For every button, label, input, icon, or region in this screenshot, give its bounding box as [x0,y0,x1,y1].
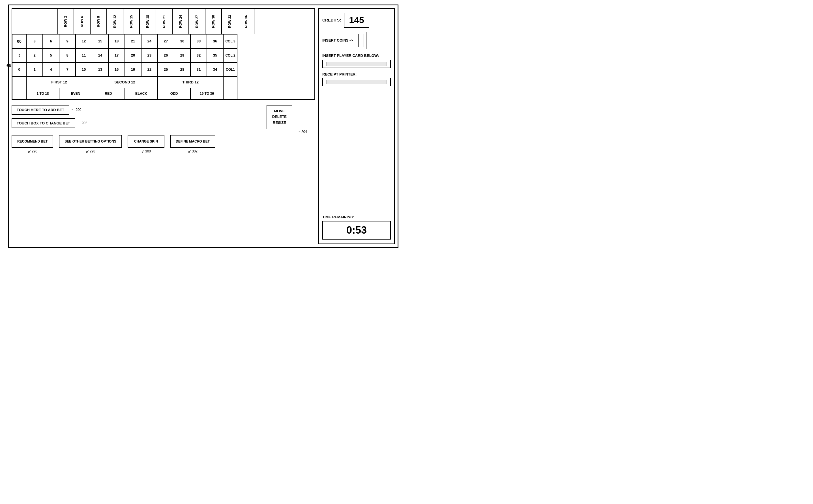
number-cell[interactable]: 17 [108,48,125,63]
add-bet-row: TOUCH HERE TO ADD BET ~ 200 [12,105,253,115]
number-cell[interactable]: 11 [76,48,92,63]
row-header: ROW 33 [221,9,238,34]
number-cell[interactable]: 15 [92,34,108,48]
move-delete-line: MOVE [272,108,287,114]
number-cell[interactable]: 32 [190,48,207,63]
number-cell[interactable]: 16 [108,63,125,77]
card-slot-inner [326,62,387,66]
number-cell[interactable]: 34 [207,63,223,77]
bottom-btn-annotation: ↙300 [141,149,151,154]
row-header: ROW 3 [57,9,74,34]
bottom-btn-annotation: ↙298 [86,149,95,154]
outside-bets-row[interactable]: 1 TO 18EVENREDBLACKODD19 TO 36 [12,88,314,99]
move-delete-annotation: ~ 204 [298,130,307,134]
col-label: COL1 [223,63,237,77]
time-value: 0:53 [322,221,391,240]
bottom-btn[interactable]: DEFINE MACRO BET [170,135,215,148]
bottom-btn-wrapper: CHANGE SKIN↙300 [128,135,164,154]
number-cell[interactable]: 5 [43,48,59,63]
bottom-btn[interactable]: RECOMMEND BET [12,135,53,148]
number-cell[interactable]: 18 [108,34,125,48]
dozens-col-spacer [223,77,237,88]
row-header: ROW 27 [189,9,205,34]
receipt-slot[interactable] [322,78,391,86]
move-delete-line: DELETE [272,114,287,120]
number-cell[interactable]: 20 [125,48,141,63]
grid-area: 00369121518212427303336COL 3↕25811141720… [12,34,314,77]
coin-slot[interactable] [356,32,366,49]
number-cell[interactable]: 1 [26,63,43,77]
number-cell[interactable]: 12 [76,34,92,48]
bottom-buttons: RECOMMEND BET↙296SEE OTHER BETTING OPTIO… [12,135,315,154]
number-cell[interactable]: 6 [43,34,59,48]
number-cell[interactable]: 9 [59,34,76,48]
number-cell[interactable]: 21 [125,34,141,48]
outside-bet-cell[interactable]: 19 TO 36 [190,88,223,99]
add-bet-button[interactable]: TOUCH HERE TO ADD BET [12,105,69,115]
row-header: ROW 15 [123,9,139,34]
outside-bet-cell[interactable]: 1 TO 18 [26,88,59,99]
bottom-btn[interactable]: CHANGE SKIN [128,135,164,148]
outside-bet-cell[interactable]: BLACK [125,88,158,99]
outside-spacer [12,88,26,99]
row-header: ROW 9 [90,9,107,34]
number-cell[interactable]: 26 [158,48,174,63]
row-header: ROW 30 [205,9,221,34]
time-remaining-label: TIME REMAINING: [322,215,391,219]
number-cell[interactable]: 2 [26,48,43,63]
zero-cell[interactable]: 00 [12,34,26,48]
change-bet-button[interactable]: TOUCH BOX TO CHANGE BET [12,118,75,128]
number-cell[interactable]: 22 [141,63,158,77]
number-cell[interactable]: 28 [174,63,190,77]
col-label: COL 2 [223,48,237,63]
number-cell[interactable]: 8 [59,48,76,63]
dozens-cell[interactable]: FIRST 12 [26,77,92,88]
row-headers-row: ROW 3ROW 6ROW 9ROW 12ROW 15ROW 18ROW 21R… [43,9,314,34]
change-bet-row: TOUCH BOX TO CHANGE BET ~ 202 [12,118,253,128]
number-cell[interactable]: 19 [125,63,141,77]
bottom-btn-wrapper: DEFINE MACRO BET↙302 [170,135,215,154]
number-cell[interactable]: 25 [158,63,174,77]
dozens-cell[interactable]: THIRD 12 [158,77,223,88]
number-cell[interactable]: 29 [174,48,190,63]
zero-cell[interactable]: ↕ [12,48,26,63]
dozens-row[interactable]: FIRST 12SECOND 12THIRD 12 [12,77,314,88]
row-header: ROW 24 [172,9,189,34]
dozens-cell[interactable]: SECOND 12 [92,77,158,88]
row-header: ROW 21 [156,9,172,34]
credits-label: CREDITS: [322,18,341,22]
number-cell[interactable]: 7 [59,63,76,77]
roulette-table: ROW 3ROW 6ROW 9ROW 12ROW 15ROW 18ROW 21R… [12,8,315,100]
row-header: ROW 18 [139,9,156,34]
number-cell[interactable]: 36 [207,34,223,48]
receipt-slot-inner [326,80,387,84]
number-cell[interactable]: 10 [76,63,92,77]
number-cell[interactable]: 14 [92,48,108,63]
insert-player-card: INSERT PLAYER CARD BELOW: [322,53,391,68]
number-cell[interactable]: 31 [190,63,207,77]
number-cell[interactable]: 30 [174,34,190,48]
time-remaining: TIME REMAINING: 0:53 [322,215,391,240]
number-cell[interactable]: 24 [141,34,158,48]
main-container: 66 ROW 3ROW 6ROW 9ROW 12ROW 15ROW 18ROW … [8,5,398,248]
bottom-btn-wrapper: SEE OTHER BETTING OPTIONS↙298 [59,135,122,154]
move-delete-resize-box[interactable]: MOVEDELETERESIZE [266,105,292,129]
outside-bet-cell[interactable]: ODD [158,88,190,99]
number-cell[interactable]: 23 [141,48,158,63]
number-cell[interactable]: 27 [158,34,174,48]
player-card-slot[interactable] [322,60,391,68]
number-cell[interactable]: 3 [26,34,43,48]
coin-slot-inner [358,34,364,47]
bottom-btn[interactable]: SEE OTHER BETTING OPTIONS [59,135,122,148]
outside-bet-cell[interactable]: EVEN [59,88,92,99]
number-cell[interactable]: 4 [43,63,59,77]
insert-player-card-label: INSERT PLAYER CARD BELOW: [322,53,391,58]
number-cell[interactable]: 35 [207,48,223,63]
outside-bet-cell[interactable]: RED [92,88,125,99]
outside-col-spacer [223,88,237,99]
number-cell[interactable]: 13 [92,63,108,77]
number-cell[interactable]: 33 [190,34,207,48]
bottom-btn-annotation: ↙302 [188,149,197,154]
zero-cell[interactable]: 0 [12,63,26,77]
bottom-btn-annotation: ↙296 [28,149,37,154]
